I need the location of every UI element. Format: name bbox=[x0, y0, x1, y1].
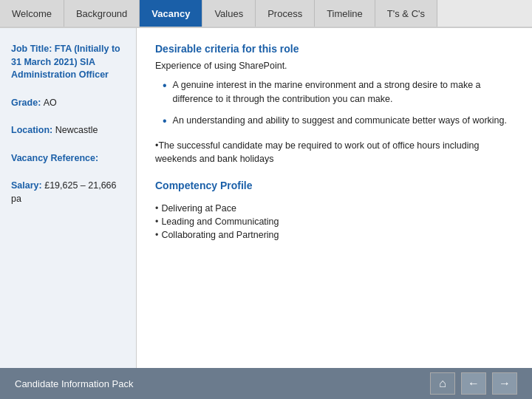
bullet-text-2: An understanding and ability to suggest … bbox=[173, 114, 507, 128]
intro-text: Experience of using SharePoint. bbox=[155, 61, 514, 71]
competency-item-1: Delivering at Pace bbox=[155, 203, 514, 214]
bullet-list: • A genuine interest in the marine envir… bbox=[163, 78, 514, 130]
home-button[interactable]: ⌂ bbox=[430, 372, 455, 395]
forward-button[interactable]: → bbox=[492, 372, 517, 395]
vacancy-ref-field: Vacancy Reference: bbox=[11, 152, 125, 166]
left-panel: Job Title: FTA (Initially to 31 March 20… bbox=[0, 28, 137, 368]
tab-ts-cs[interactable]: T's & C's bbox=[375, 0, 437, 27]
grade-label: Grade: AO bbox=[11, 97, 125, 110]
forward-icon: → bbox=[499, 377, 511, 390]
home-icon: ⌂ bbox=[439, 377, 446, 390]
footer: Candidate Information Pack ⌂ ← → bbox=[0, 368, 532, 399]
right-panel: Desirable criteria for this role Experie… bbox=[137, 28, 532, 368]
tab-timeline[interactable]: Timeline bbox=[315, 0, 375, 27]
tab-welcome[interactable]: Welcome bbox=[0, 0, 64, 27]
footer-title: Candidate Information Pack bbox=[15, 378, 133, 389]
competency-title: Competency Profile bbox=[155, 180, 514, 191]
note-text: •The successful candidate may be require… bbox=[155, 139, 514, 167]
bullet-text-1: A genuine interest in the marine environ… bbox=[173, 78, 514, 106]
tab-background[interactable]: Background bbox=[64, 0, 140, 27]
navigation-bar: Welcome Background Vacancy Values Proces… bbox=[0, 0, 532, 28]
competency-section: Competency Profile Delivering at Pace Le… bbox=[155, 180, 514, 240]
back-button[interactable]: ← bbox=[461, 372, 486, 395]
competency-item-3: Collaborating and Partnering bbox=[155, 230, 514, 240]
tab-vacancy[interactable]: Vacancy bbox=[140, 0, 202, 27]
footer-icon-group: ⌂ ← → bbox=[430, 372, 517, 395]
back-icon: ← bbox=[468, 377, 480, 390]
job-title-label: Job Title: FTA (Initially to 31 March 20… bbox=[11, 43, 125, 82]
salary-label: Salary: £19,625 – 21,666 pa bbox=[11, 180, 125, 205]
section-title: Desirable criteria for this role bbox=[155, 43, 514, 55]
job-title-field: Job Title: FTA (Initially to 31 March 20… bbox=[11, 43, 125, 82]
grade-field: Grade: AO bbox=[11, 97, 125, 110]
tab-values[interactable]: Values bbox=[202, 0, 256, 27]
tab-process[interactable]: Process bbox=[256, 0, 315, 27]
bullet-item-1: • A genuine interest in the marine envir… bbox=[163, 78, 514, 106]
location-label: Location: Newcastle bbox=[11, 124, 125, 137]
salary-field: Salary: £19,625 – 21,666 pa bbox=[11, 180, 125, 205]
bullet-item-2: • An understanding and ability to sugges… bbox=[163, 114, 514, 130]
location-field: Location: Newcastle bbox=[11, 124, 125, 137]
main-content: Job Title: FTA (Initially to 31 March 20… bbox=[0, 28, 532, 368]
bullet-dot-2: • bbox=[163, 112, 167, 130]
vacancy-ref-label: Vacancy Reference: bbox=[11, 152, 125, 166]
competency-item-2: Leading and Communicating bbox=[155, 216, 514, 227]
bullet-dot-1: • bbox=[163, 77, 167, 95]
